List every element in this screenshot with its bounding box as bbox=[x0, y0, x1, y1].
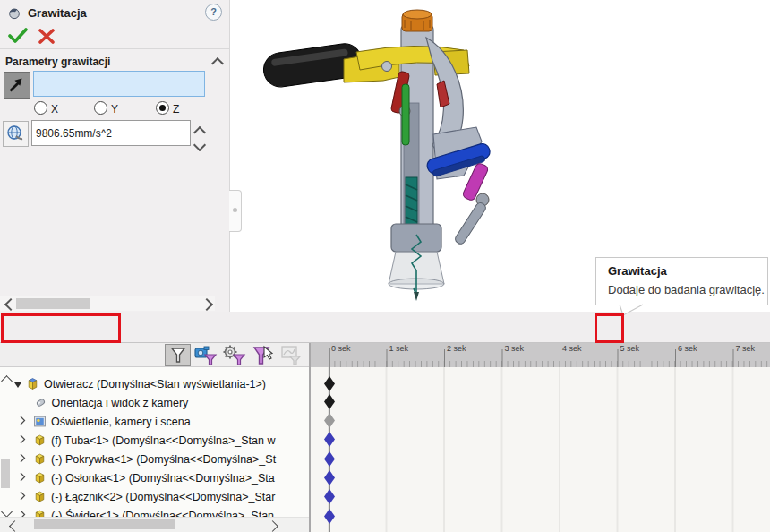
expander-closed[interactable] bbox=[20, 434, 30, 444]
tree-row-label: Oświetlenie, kamery i scena bbox=[51, 416, 191, 428]
part-icon bbox=[33, 490, 47, 503]
tree-row-label: (-) Łącznik<2> (Domyślna<<Domyślna>_Star bbox=[51, 491, 275, 503]
ruler-label: 1 sek bbox=[387, 344, 445, 353]
model-collar bbox=[391, 224, 441, 252]
spin-down[interactable] bbox=[195, 137, 206, 146]
filter-animated-button[interactable] bbox=[192, 344, 218, 366]
ruler-labels: 0 sek 1 sek 2 sek 3 sek 4 sek 5 sek 6 se… bbox=[329, 344, 770, 353]
filter-toolbar bbox=[0, 343, 309, 367]
ruler-label: 3 sek bbox=[502, 344, 560, 353]
scroll-right-arrow[interactable] bbox=[201, 298, 213, 311]
property-manager-header: Grawitacja ? bbox=[0, 0, 229, 25]
tree-row-label: (-) Pokrywka<1> (Domyślna<<Domyślna>_St bbox=[51, 453, 276, 466]
expander-closed[interactable] bbox=[20, 453, 30, 463]
gravity-direction-field[interactable] bbox=[33, 71, 205, 97]
filter-driving-button[interactable] bbox=[221, 344, 247, 366]
part-icon bbox=[33, 452, 47, 466]
spin-up[interactable] bbox=[195, 124, 206, 133]
section-parametry-grawitacji: Parametry grawitacji bbox=[5, 56, 110, 68]
part-icon bbox=[33, 433, 47, 447]
tree-h-scroll-thumb[interactable] bbox=[34, 519, 175, 529]
funnel-cursor-icon bbox=[250, 344, 276, 366]
model-small-handle bbox=[454, 202, 488, 246]
ok-button[interactable] bbox=[8, 28, 28, 44]
radio-z-circle bbox=[156, 101, 169, 115]
direction-arrow-icon bbox=[4, 73, 28, 96]
ruler-label: 2 sek bbox=[444, 344, 502, 353]
timeline-ruler[interactable]: 0 sek 1 sek 2 sek 3 sek 4 sek 5 sek 6 se… bbox=[311, 343, 770, 367]
ruler-label: 5 sek bbox=[618, 344, 676, 353]
direction-reference-button[interactable] bbox=[4, 72, 30, 99]
ruler-label: 4 sek bbox=[560, 344, 618, 353]
tree-row-label: Otwieracz (Domyślna<Stan wyświetlania-1>… bbox=[44, 378, 266, 390]
tree-row-oslonka[interactable]: (-) Osłonka<1> (Domyślna<<Domyślna>_Sta bbox=[13, 469, 309, 488]
radio-x[interactable]: X bbox=[34, 100, 58, 116]
tree-v-scroll-thumb[interactable] bbox=[1, 459, 10, 488]
scroll-down-arrow[interactable] bbox=[1, 506, 13, 518]
tooltip-title: Grawitacja bbox=[608, 264, 667, 278]
camera-funnel-icon bbox=[192, 344, 218, 366]
assembly-icon bbox=[26, 377, 40, 390]
panel-h-scroll-thumb[interactable] bbox=[16, 298, 90, 309]
radio-x-circle bbox=[34, 101, 47, 115]
solidworks-motion-study-window: Grawitacja ? Parametry grawitacji X Y bbox=[0, 0, 770, 532]
tree-row-label: Orientacja i widok z kamery bbox=[51, 397, 188, 409]
model-cork bbox=[402, 10, 432, 31]
collapse-section-chevron[interactable] bbox=[211, 57, 224, 70]
expander-closed[interactable] bbox=[20, 472, 30, 482]
divider bbox=[0, 48, 229, 49]
tree-row-pokrywka[interactable]: (-) Pokrywka<1> (Domyślna<<Domyślna>_St bbox=[13, 450, 309, 469]
tree-row-label: (f) Tuba<1> (Domyślna<<Domyślna>_Stan w bbox=[51, 434, 275, 447]
cancel-button[interactable] bbox=[38, 29, 55, 44]
magnitude-button[interactable] bbox=[3, 121, 29, 147]
tab-knob bbox=[233, 208, 237, 212]
tree-row-label: (-) Osłonka<1> (Domyślna<<Domyślna>_Sta bbox=[51, 472, 275, 485]
no-filter-button[interactable] bbox=[165, 344, 191, 366]
gravity-tooltip: Grawitacja Dodaje do badania grawitację. bbox=[595, 257, 768, 305]
tooltip-body: Dodaje do badania grawitację. bbox=[608, 283, 765, 296]
gravity-magnitude-input[interactable] bbox=[31, 120, 191, 146]
ruler-label: 7 sek bbox=[733, 344, 770, 353]
ruler-label: 0 sek bbox=[329, 344, 387, 353]
tree-row-lacznik[interactable]: (-) Łącznik<2> (Domyślna<<Domyślna>_Star bbox=[13, 488, 309, 507]
scroll-left-arrow[interactable] bbox=[4, 298, 17, 311]
filter-results-button[interactable] bbox=[278, 344, 304, 366]
help-button[interactable]: ? bbox=[205, 4, 222, 21]
radio-y-circle bbox=[94, 101, 107, 115]
tree-row-oswietlenie[interactable]: Oświetlenie, kamery i scena bbox=[13, 413, 309, 432]
motion-manager: Otwieracz (Domyślna<Stan wyświetlania-1>… bbox=[0, 343, 770, 532]
filter-selected-button[interactable] bbox=[250, 344, 276, 366]
model-green-rod bbox=[402, 84, 409, 145]
motion-tree: Otwieracz (Domyślna<Stan wyświetlania-1>… bbox=[13, 375, 309, 526]
radio-z[interactable]: Z bbox=[156, 100, 179, 116]
expander-closed[interactable] bbox=[20, 416, 30, 425]
annotation-box-gravity-button bbox=[595, 313, 624, 343]
scroll-up-arrow[interactable] bbox=[1, 375, 13, 387]
funnel-icon bbox=[166, 345, 190, 365]
orientation-icon bbox=[34, 396, 48, 409]
part-icon bbox=[33, 471, 47, 485]
tree-row-otwieracz[interactable]: Otwieracz (Domyślna<Stan wyświetlania-1>… bbox=[13, 375, 309, 394]
tree-row-orientacja[interactable]: Orientacja i widok z kamery bbox=[13, 394, 309, 413]
panel-title: Grawitacja bbox=[28, 6, 87, 20]
expander-closed[interactable] bbox=[20, 491, 30, 501]
axis-radio-group: X Y Z bbox=[0, 100, 229, 116]
panel-collapse-tab[interactable] bbox=[229, 190, 242, 232]
timeline-body bbox=[311, 367, 770, 532]
gear-funnel-icon bbox=[221, 344, 247, 366]
property-manager-panel: Grawitacja ? Parametry grawitacji X Y bbox=[0, 0, 230, 312]
model-otwieracz-3d bbox=[251, 0, 546, 312]
scroll-right-arrow[interactable] bbox=[267, 520, 278, 532]
tree-v-scrollbar[interactable] bbox=[1, 375, 12, 515]
expander-open[interactable] bbox=[13, 375, 23, 394]
scroll-left-arrow[interactable] bbox=[9, 520, 21, 532]
annotation-box-study-type bbox=[1, 313, 121, 343]
ruler-label: 6 sek bbox=[675, 344, 733, 353]
radio-y[interactable]: Y bbox=[94, 100, 118, 116]
results-icon bbox=[278, 344, 304, 365]
scene-icon bbox=[33, 415, 47, 428]
gravity-icon bbox=[7, 5, 21, 20]
numeric-gravity-icon bbox=[6, 124, 24, 142]
tree-row-tuba[interactable]: (f) Tuba<1> (Domyślna<<Domyślna>_Stan w bbox=[13, 432, 309, 450]
